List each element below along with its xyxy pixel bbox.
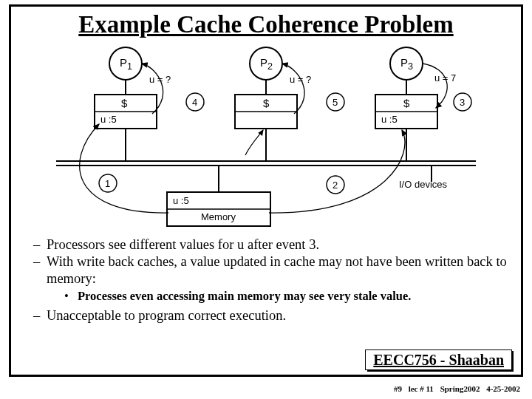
step-3: 3 [460, 97, 465, 108]
footer-course-badge: EECC756 - Shaaban [365, 349, 512, 370]
bullet-1: – Processors see different values for u … [33, 236, 508, 253]
footer-term: Spring2002 [440, 384, 480, 393]
bullet-2a-text: Processes even accessing main memory may… [78, 289, 508, 304]
bullet-3: – Unacceptable to program correct execut… [33, 307, 508, 324]
step-1: 1 [105, 178, 110, 189]
footer-meta: #9 lec # 11 Spring2002 4-25-2002 [389, 384, 520, 393]
u-query-1: u = ? [149, 74, 171, 85]
footer-date: 4-25-2002 [486, 384, 520, 393]
cache-1-line: u :5 [100, 114, 117, 125]
io-devices-label: I/O devices [399, 179, 447, 190]
u-query-2: u = ? [290, 74, 311, 85]
bullet-dot-icon: • [64, 289, 78, 304]
slide-title: Example Cache Coherence Problem [11, 7, 521, 40]
processor-2-label: P2 [260, 56, 273, 72]
bullet-2-text: With write back caches, a value updated … [47, 253, 508, 287]
memory-line: u :5 [173, 195, 189, 206]
footer-slide-number: #9 [394, 384, 402, 393]
cache-2-dollar: $ [263, 97, 269, 109]
bullet-1-text: Processors see different values for u af… [47, 236, 508, 253]
dash-icon: – [33, 307, 47, 324]
bullet-2a: • Processes even accessing main memory m… [33, 289, 508, 304]
coherence-diagram: P1 P2 P3 u = ? u = ? u = 7 $ $ $ u :5 u … [41, 43, 491, 233]
bullet-2: – With write back caches, a value update… [33, 253, 508, 287]
cache-3-dollar: $ [403, 97, 409, 109]
processor-1-label: P1 [120, 56, 132, 72]
bullet-list: – Processors see different values for u … [11, 235, 521, 327]
footer-course-text: EECC756 - Shaaban [373, 352, 504, 368]
processor-3-label: P3 [400, 56, 413, 72]
step-5: 5 [332, 97, 338, 108]
footer-lecture: lec # 11 [409, 384, 434, 393]
step-2: 2 [332, 180, 338, 191]
memory-label: Memory [201, 211, 236, 222]
u-equals-7: u = 7 [434, 72, 456, 83]
bullet-3-text: Unacceptable to program correct executio… [47, 307, 508, 324]
step-4: 4 [192, 97, 197, 108]
slide-frame: Example Cache Coherence Problem [9, 4, 523, 377]
dash-icon: – [33, 236, 47, 253]
dash-icon: – [33, 253, 47, 287]
cache-3-line: u :5 [381, 114, 398, 125]
cache-1-dollar: $ [121, 97, 127, 109]
